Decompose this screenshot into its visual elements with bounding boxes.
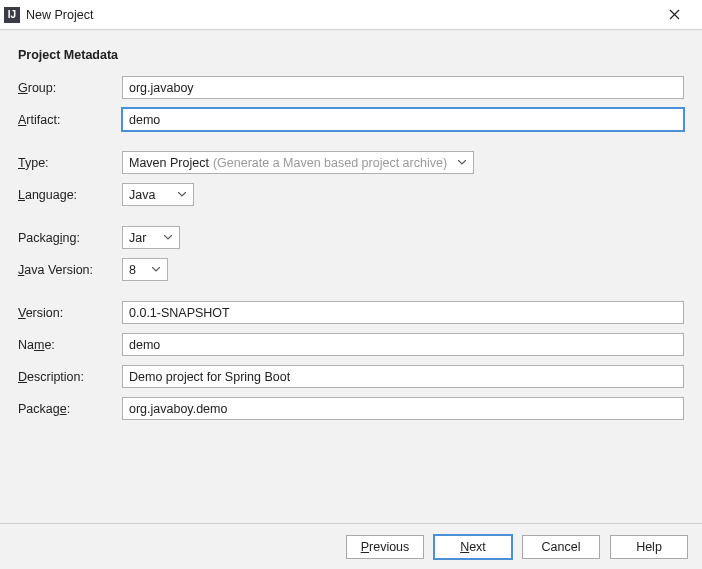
java-version-select[interactable]: 8: [122, 258, 168, 281]
chevron-down-icon: [161, 235, 175, 240]
chevron-down-icon: [455, 160, 469, 165]
app-icon: IJ: [4, 7, 20, 23]
help-button[interactable]: Help: [610, 535, 688, 559]
previous-button[interactable]: Previous: [346, 535, 424, 559]
close-button[interactable]: [654, 0, 694, 30]
version-input[interactable]: [122, 301, 684, 324]
section-title: Project Metadata: [18, 48, 684, 62]
chevron-down-icon: [149, 267, 163, 272]
name-input[interactable]: [122, 333, 684, 356]
type-select[interactable]: Maven Project (Generate a Maven based pr…: [122, 151, 474, 174]
packaging-select[interactable]: Jar: [122, 226, 180, 249]
group-label: Group:: [18, 81, 122, 95]
description-label: Description:: [18, 370, 122, 384]
packaging-label: Packaging:: [18, 231, 122, 245]
language-label: Language:: [18, 188, 122, 202]
window-title: New Project: [26, 8, 93, 22]
group-input[interactable]: [122, 76, 684, 99]
content-pane: Project Metadata Group: Artifact: Type: …: [0, 30, 702, 420]
footer-bar: Previous Next Cancel Help: [0, 523, 702, 569]
package-label: Package:: [18, 402, 122, 416]
cancel-button[interactable]: Cancel: [522, 535, 600, 559]
type-label: Type:: [18, 156, 122, 170]
language-select[interactable]: Java: [122, 183, 194, 206]
artifact-input[interactable]: [122, 108, 684, 131]
version-label: Version:: [18, 306, 122, 320]
package-input[interactable]: [122, 397, 684, 420]
title-bar: IJ New Project: [0, 0, 702, 30]
next-button[interactable]: Next: [434, 535, 512, 559]
java-version-label: Java Version:: [18, 263, 122, 277]
chevron-down-icon: [175, 192, 189, 197]
artifact-label: Artifact:: [18, 113, 122, 127]
name-label: Name:: [18, 338, 122, 352]
description-input[interactable]: [122, 365, 684, 388]
